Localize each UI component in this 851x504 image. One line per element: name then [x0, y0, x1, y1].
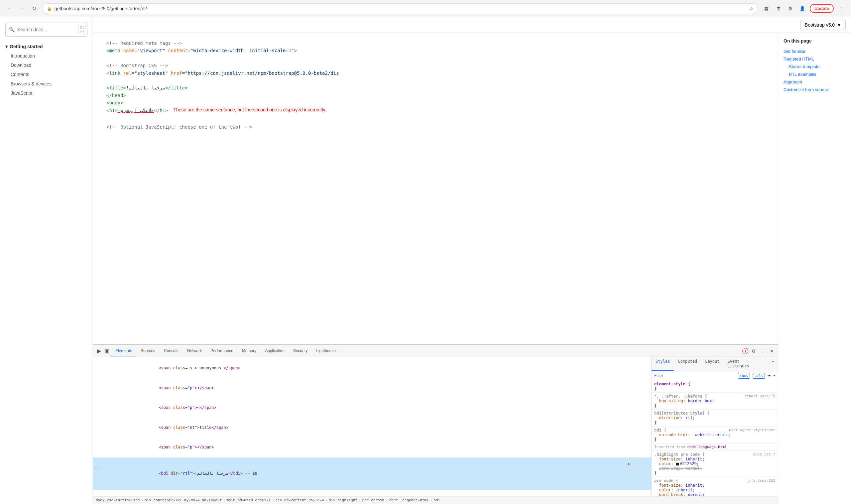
tab-event-listeners[interactable]: Event Listeners: [724, 357, 767, 371]
profile-button[interactable]: 👤: [798, 4, 807, 13]
tab-layout[interactable]: Layout: [701, 357, 723, 371]
toc-starter-template[interactable]: Starter template: [783, 63, 846, 71]
prop-word-break: word-break: [659, 492, 683, 496]
close-brace-5: }: [654, 471, 656, 475]
error-line-container: <h1>!ملاعلاب ايبحرم</h1> These are the s…: [106, 107, 764, 116]
sidebar-item-introduction[interactable]: Introduction: [0, 51, 93, 60]
page-topbar: Bootstrap v5.0 ▼: [93, 17, 851, 33]
prop-unicode-bidi: unicode-bidi: [659, 433, 688, 437]
tab-memory[interactable]: Memory: [238, 346, 260, 356]
styles-filter: :hov .cls + ▪: [652, 371, 778, 380]
code-line-3: <!-- Bootstrap CSS -->: [106, 62, 764, 69]
toc-approach[interactable]: Approach: [783, 78, 846, 86]
reload-button[interactable]: ↻: [29, 4, 39, 13]
bc-content[interactable]: div.bd-content.ps-lg-4: [276, 498, 324, 502]
error-message: These are the same sentance, but the sec…: [173, 106, 326, 113]
toc-get-familiar[interactable]: Get familiar: [783, 48, 846, 55]
settings-icon[interactable]: ⚙: [750, 348, 757, 354]
tab-computed[interactable]: Computed: [674, 357, 701, 371]
html-panel: <span class= s > anonymous </span> <span…: [93, 357, 652, 496]
sidebar-item-browsers[interactable]: Browsers & devices: [0, 79, 93, 88]
grid-button[interactable]: ⊞: [774, 4, 783, 13]
inherited-from: Inherited from code.language-html: [652, 444, 778, 451]
selector-element-style: element.style {: [654, 382, 690, 386]
sidebar-item-download[interactable]: Download: [0, 60, 93, 70]
tab-network[interactable]: Network: [183, 346, 206, 356]
tab-sources[interactable]: Sources: [137, 346, 159, 356]
cast-button[interactable]: ▦: [762, 4, 771, 13]
code-line-4: <link rel="stylesheet" href="https://cdn…: [106, 70, 764, 77]
page-content-area: <!-- Required meta tags --> <meta name="…: [93, 33, 778, 504]
extensions-button[interactable]: ⚙: [786, 4, 795, 13]
tab-styles[interactable]: Styles: [652, 357, 674, 371]
new-rule-button[interactable]: ▪: [773, 373, 775, 379]
main-layout: 🔍 Ctrl + / ▾ Getting started Introductio…: [0, 17, 851, 504]
update-button[interactable]: Update: [810, 4, 834, 13]
val-normal-2: normal;: [688, 492, 705, 496]
forward-button[interactable]: →: [17, 4, 26, 13]
prop-font-size-1: font-size: [659, 457, 681, 462]
bc-body[interactable]: body.vsc-initialized: [96, 498, 140, 502]
toc-customize[interactable]: Customize from source: [783, 86, 846, 93]
version-selector[interactable]: Bootstrap v5.0 ▼: [800, 20, 846, 30]
devtools-breadcrumb: body.vsc-initialized › div.container-xxl…: [93, 496, 778, 504]
source-docs: docs.css:7: [753, 452, 775, 456]
back-button[interactable]: ←: [5, 4, 15, 13]
devtools-body: <span class= s > anonymous </span> <span…: [93, 357, 778, 496]
sidebar-item-contents[interactable]: Contents: [0, 70, 93, 79]
tab-elements[interactable]: Elements: [111, 346, 136, 356]
more-options-icon[interactable]: ⋮: [759, 348, 766, 354]
val-rtl: rtl;: [686, 416, 695, 420]
tab-application[interactable]: Application: [261, 346, 289, 356]
html-line-5[interactable]: <span class="p"></span>: [93, 437, 651, 457]
bc-sep-2: ›: [223, 498, 225, 502]
filter-cls-button[interactable]: .cls: [753, 373, 765, 379]
toc-rtl-examples[interactable]: RTL examples: [783, 71, 846, 78]
toc-required-html[interactable]: Required HTML: [783, 55, 846, 63]
bc-bdi[interactable]: bdi: [433, 498, 440, 502]
bc-main[interactable]: main.bd-main.order-1: [227, 498, 271, 502]
html-line-1[interactable]: <span class= s > anonymous </span>: [93, 358, 651, 378]
browser-chrome: ← → ↻ 🔒 getbootstrap.com/docs/5.0/gettin…: [0, 0, 851, 17]
tab-security[interactable]: Security: [289, 346, 311, 356]
tab-performance[interactable]: Performance: [206, 346, 237, 356]
sidebar-item-javascript[interactable]: JavaScript: [0, 88, 93, 98]
val-normal-1: normal;: [686, 466, 702, 471]
add-style-button[interactable]: +: [767, 373, 771, 379]
search-icon: 🔍: [9, 27, 15, 32]
toc-title: On this page: [783, 38, 846, 43]
val-border-box: border-box;: [688, 399, 714, 403]
code-line-5: <title>!مرحبا بالعالم</title>: [106, 84, 764, 91]
tab-more[interactable]: »: [767, 357, 778, 371]
sidebar-section-title[interactable]: ▾ Getting started: [0, 42, 93, 51]
bc-sep-5: ›: [359, 498, 361, 502]
bc-code[interactable]: code.language-html: [389, 498, 429, 502]
search-bar-container[interactable]: 🔍 Ctrl + /: [5, 23, 87, 37]
address-bar[interactable]: 🔒 getbootstrap.com/docs/5.0/getting-star…: [42, 3, 758, 14]
bc-pre[interactable]: pre.chroma: [362, 498, 384, 502]
html-line-4[interactable]: <span class="nt">title</span>: [93, 418, 651, 438]
tab-console[interactable]: Console: [160, 346, 182, 356]
style-rule-element: element.style { }: [652, 380, 778, 393]
tab-lighthouse[interactable]: Lighthouse: [312, 346, 340, 356]
search-input[interactable]: [17, 27, 75, 32]
code-line-9: <!-- Optional JavaScript; choose one of …: [106, 123, 764, 131]
html-line-7[interactable]: <span class="p"></</span>: [93, 490, 651, 496]
star-icon[interactable]: ☆: [749, 6, 754, 11]
bc-sep-1: ›: [141, 498, 143, 502]
html-line-selected[interactable]: ... <bdi dir="rtl">!مرحبا بالعالم</bdi> …: [93, 457, 651, 490]
filter-hov-button[interactable]: :hov: [738, 373, 750, 379]
styles-filter-input[interactable]: [654, 373, 735, 378]
html-line-3[interactable]: <span class="p"><</span>: [93, 398, 651, 418]
html-line-2[interactable]: <span class="p"></span>: [93, 378, 651, 398]
element-picker-button[interactable]: ▶: [96, 347, 103, 355]
prop-box-sizing: box-sizing: [659, 399, 683, 403]
bc-container[interactable]: div.container-xxl.my-md-4.bd-layout: [145, 498, 222, 502]
menu-button[interactable]: ⋮: [836, 4, 846, 13]
bc-highlight[interactable]: div.highlight: [329, 498, 357, 502]
source-ua: user agent stylesheet: [729, 428, 775, 432]
val-inherit-1: inherit;: [686, 457, 705, 462]
close-devtools-button[interactable]: ✕: [768, 348, 775, 354]
prop-direction: direction: [659, 416, 681, 420]
device-toggle-button[interactable]: ▣: [103, 347, 111, 355]
